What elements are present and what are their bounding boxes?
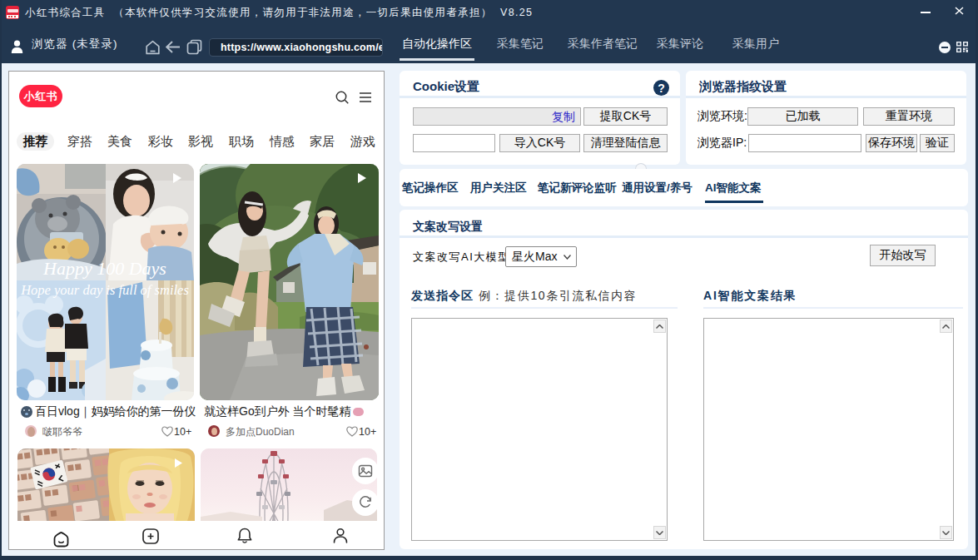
svg-text:Happy 100 Days: Happy 100 Days (42, 258, 166, 279)
svg-text:Hope your day is full of smile: Hope your day is full of smiles (20, 282, 189, 298)
